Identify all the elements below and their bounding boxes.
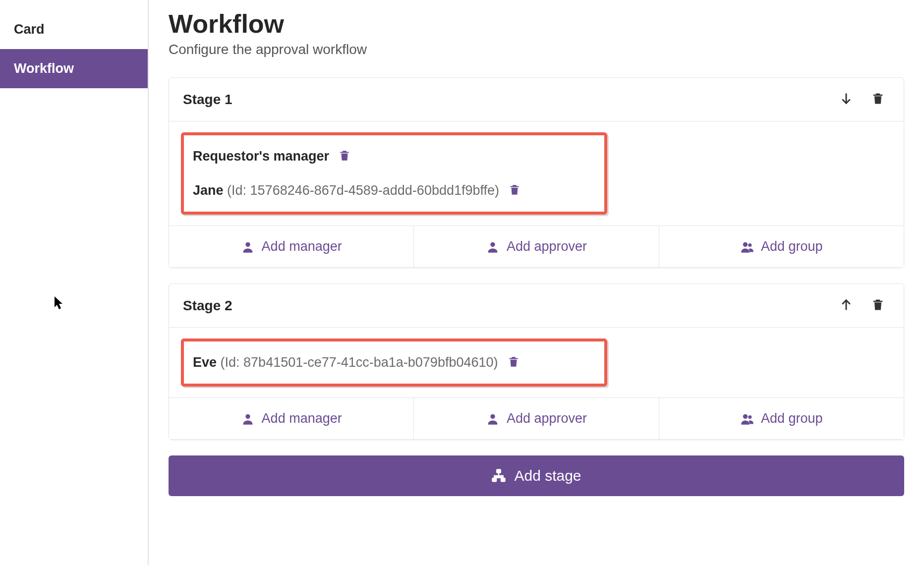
- svg-rect-11: [493, 478, 497, 481]
- approvers-highlight: Eve (Id: 87b41501-ce77-41cc-ba1a-b079bfb…: [181, 339, 607, 387]
- move-stage-down-button[interactable]: [834, 89, 858, 110]
- trash-icon: [871, 298, 885, 312]
- add-stage-button[interactable]: Add stage: [169, 455, 904, 496]
- add-approver-button[interactable]: Add approver: [413, 226, 658, 267]
- remove-approver-button[interactable]: [336, 148, 353, 165]
- stage-body: Requestor's manager Jane (Id: 15768246-8…: [169, 121, 904, 226]
- add-manager-button[interactable]: Add manager: [169, 398, 413, 439]
- sidebar: Card Workflow: [0, 0, 149, 565]
- arrow-down-icon: [839, 92, 853, 106]
- add-manager-button[interactable]: Add manager: [169, 226, 413, 267]
- svg-point-4: [748, 243, 751, 247]
- button-label: Add manager: [262, 411, 342, 426]
- trash-icon: [871, 92, 885, 106]
- approver-name: Eve: [193, 355, 217, 370]
- svg-point-9: [748, 415, 751, 419]
- person-icon: [241, 240, 255, 254]
- trash-icon: [507, 355, 520, 368]
- svg-point-6: [245, 414, 250, 418]
- stage-header: Stage 1: [169, 78, 904, 121]
- approver-label: Eve (Id: 87b41501-ce77-41cc-ba1a-b079bfb…: [193, 355, 498, 370]
- remove-approver-button[interactable]: [505, 354, 522, 371]
- button-label: Add group: [761, 411, 823, 426]
- main-content: Workflow Configure the approval workflow…: [149, 0, 924, 565]
- page-subtitle: Configure the approval workflow: [169, 42, 904, 57]
- person-icon: [486, 412, 500, 426]
- approver-id: (Id: 15768246-867d-4589-addd-60bdd1f9bff…: [227, 183, 499, 198]
- stage-card-2: Stage 2 Eve (Id: 87b41501-ce77-41cc-ba1a…: [169, 283, 904, 440]
- approver-label: Jane (Id: 15768246-867d-4589-addd-60bdd1…: [193, 183, 499, 198]
- button-label: Add manager: [262, 239, 342, 254]
- approver-id: (Id: 87b41501-ce77-41cc-ba1a-b079bfb0461…: [221, 355, 498, 370]
- stage-card-1: Stage 1 Requestor's manager Jane: [169, 77, 904, 268]
- tab-card[interactable]: Card: [0, 10, 148, 49]
- stage-title: Stage 2: [183, 298, 826, 314]
- delete-stage-button[interactable]: [866, 295, 890, 316]
- svg-rect-10: [497, 470, 501, 473]
- svg-rect-12: [501, 478, 505, 481]
- button-label: Add approver: [507, 239, 587, 254]
- svg-point-1: [245, 242, 250, 246]
- stage-title: Stage 1: [183, 92, 826, 108]
- person-icon: [241, 412, 255, 426]
- approver-name: Jane: [193, 183, 224, 198]
- delete-stage-button[interactable]: [866, 89, 890, 110]
- approver-row: Jane (Id: 15768246-867d-4589-addd-60bdd1…: [193, 182, 595, 199]
- remove-approver-button[interactable]: [506, 182, 523, 199]
- stage-header: Stage 2: [169, 284, 904, 328]
- svg-point-3: [743, 242, 748, 246]
- arrow-up-icon: [839, 298, 853, 312]
- person-icon: [486, 240, 500, 254]
- approvers-highlight: Requestor's manager Jane (Id: 15768246-8…: [181, 132, 607, 215]
- page-title: Workflow: [169, 9, 904, 39]
- approver-row: Requestor's manager: [193, 148, 595, 165]
- stage-body: Eve (Id: 87b41501-ce77-41cc-ba1a-b079bfb…: [169, 328, 904, 397]
- button-label: Add approver: [507, 411, 587, 426]
- stage-actions: Add manager Add approver Add group: [169, 226, 904, 267]
- button-label: Add stage: [514, 467, 581, 484]
- add-group-button[interactable]: Add group: [659, 226, 904, 267]
- button-label: Add group: [761, 239, 823, 254]
- add-group-button[interactable]: Add group: [659, 398, 904, 439]
- trash-icon: [338, 149, 351, 162]
- sitemap-icon: [491, 468, 506, 483]
- move-stage-up-button[interactable]: [834, 295, 858, 316]
- approver-row: Eve (Id: 87b41501-ce77-41cc-ba1a-b079bfb…: [193, 354, 595, 371]
- svg-point-7: [490, 414, 495, 418]
- trash-icon: [508, 183, 521, 196]
- add-approver-button[interactable]: Add approver: [413, 398, 658, 439]
- svg-point-2: [490, 242, 495, 246]
- people-icon: [740, 412, 754, 426]
- approver-name: Requestor's manager: [193, 149, 329, 164]
- people-icon: [740, 240, 754, 254]
- tab-workflow[interactable]: Workflow: [0, 49, 148, 88]
- stage-actions: Add manager Add approver Add group: [169, 397, 904, 439]
- svg-point-8: [743, 414, 748, 418]
